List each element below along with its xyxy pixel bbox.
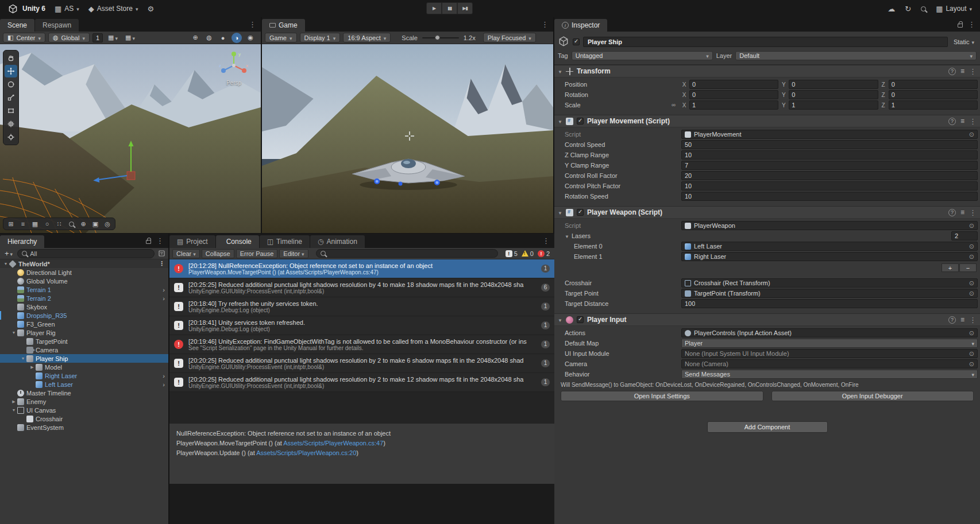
hierarchy-item[interactable]: ▼ UI Canvas bbox=[0, 406, 168, 414]
bottom-panel-tab[interactable]: ◷ Animation bbox=[310, 235, 365, 248]
display-target-dropdown[interactable]: Display 1 bbox=[300, 33, 341, 42]
inspector-tab[interactable]: Inspector bbox=[554, 19, 607, 32]
add-component-button[interactable]: Add Component bbox=[707, 421, 828, 433]
foldout-icon[interactable] bbox=[558, 118, 562, 125]
render-mode-icon[interactable]: ○ bbox=[42, 219, 52, 229]
kebab-menu-icon[interactable] bbox=[969, 67, 977, 76]
x-value-field[interactable]: 0 bbox=[689, 80, 778, 89]
game-view-tab[interactable]: Game bbox=[262, 19, 305, 32]
object-picker-icon[interactable] bbox=[969, 280, 974, 287]
hierarchy-search-input[interactable]: All bbox=[17, 249, 155, 258]
clear-button[interactable]: Clear bbox=[172, 249, 200, 258]
row-action-icon[interactable]: ⋮ bbox=[159, 260, 168, 267]
hierarchy-item[interactable]: F3_Green bbox=[0, 320, 168, 328]
foldout-icon[interactable] bbox=[565, 232, 569, 239]
foldout-arrow-icon[interactable]: ▶ bbox=[29, 365, 36, 370]
transform-tool-button[interactable] bbox=[5, 118, 17, 130]
hierarchy-item[interactable]: ▼ TheWorld* ⋮ bbox=[0, 259, 168, 268]
console-entry[interactable]: [20:18:41] Unity services token refreshe… bbox=[169, 316, 554, 335]
foldout-icon[interactable] bbox=[558, 209, 562, 216]
value-field[interactable]: 10 bbox=[681, 181, 978, 191]
script-object-field[interactable]: PlayerMovement bbox=[681, 130, 978, 139]
stacktrace-link[interactable]: Assets/Scripts/PlayerWeapon.cs:20 bbox=[256, 449, 356, 456]
value-field[interactable]: PlayerControls (Input Action Asset) bbox=[681, 328, 978, 337]
console-entry[interactable]: [20:20:25] Reduced additional punctual l… bbox=[169, 373, 554, 392]
z-value-field[interactable]: 0 bbox=[889, 80, 978, 89]
static-dropdown[interactable]: Static bbox=[951, 38, 977, 45]
foldout-icon[interactable] bbox=[558, 316, 562, 323]
kebab-menu-icon[interactable] bbox=[541, 20, 549, 29]
enabled-checkbox[interactable] bbox=[577, 118, 584, 125]
component-header[interactable]: Player Movement (Script) bbox=[554, 115, 980, 127]
console-entry[interactable]: [20:25:25] Reduced additional punctual l… bbox=[169, 278, 554, 297]
game-viewport[interactable] bbox=[262, 44, 553, 233]
hierarchy-item[interactable]: TargetPoint bbox=[0, 337, 168, 346]
object-field[interactable]: Left Laser bbox=[681, 242, 978, 251]
move-tool-button[interactable] bbox=[5, 65, 17, 77]
foldout-arrow-icon[interactable]: ▶ bbox=[10, 399, 17, 404]
value-field[interactable]: 100 bbox=[681, 299, 978, 308]
row-action-icon[interactable]: › bbox=[163, 286, 168, 293]
hierarchy-item[interactable]: EventSystem bbox=[0, 423, 168, 432]
hierarchy-item[interactable]: Terrain 2 › bbox=[0, 294, 168, 302]
enabled-checkbox[interactable] bbox=[577, 316, 584, 323]
presets-icon[interactable] bbox=[960, 208, 964, 216]
step-button[interactable]: ▶▮ bbox=[457, 2, 473, 14]
tag-dropdown[interactable]: Untagged bbox=[572, 51, 713, 60]
error-count-toggle[interactable]: 2 bbox=[538, 250, 550, 257]
presets-icon[interactable] bbox=[960, 117, 964, 125]
value-field[interactable]: None (Camera) bbox=[681, 359, 978, 368]
layer-dropdown[interactable]: Default bbox=[735, 51, 977, 60]
value-field[interactable]: 20 bbox=[681, 171, 978, 180]
kebab-menu-icon[interactable] bbox=[968, 20, 975, 29]
help-icon[interactable] bbox=[948, 316, 956, 324]
kebab-menu-icon[interactable] bbox=[969, 316, 977, 324]
scale-slider-knob[interactable] bbox=[435, 35, 440, 40]
log-count-toggle[interactable]: 5 bbox=[506, 250, 518, 257]
hierarchy-item[interactable]: ▶ Enemy bbox=[0, 397, 168, 406]
undo-history-icon[interactable]: ↻ bbox=[905, 5, 911, 13]
help-icon[interactable] bbox=[948, 118, 956, 125]
object-picker-icon[interactable] bbox=[969, 253, 974, 261]
row-action-icon[interactable]: › bbox=[163, 372, 168, 379]
bottom-panel-tab[interactable]: ▤ Project bbox=[169, 235, 215, 248]
stacktrace-link[interactable]: Assets/Scripts/PlayerWeapon.cs:47 bbox=[283, 440, 383, 447]
hierarchy-item[interactable]: Terrain 1 › bbox=[0, 285, 168, 294]
value-field[interactable]: 10 bbox=[681, 192, 978, 201]
hierarchy-item[interactable]: Directional Light bbox=[0, 268, 168, 277]
value-field[interactable]: 10 bbox=[681, 150, 978, 160]
kebab-menu-icon[interactable] bbox=[969, 117, 977, 126]
kebab-menu-icon[interactable] bbox=[156, 236, 164, 245]
layout-dropdown[interactable]: ▦ Layout bbox=[936, 5, 972, 13]
row-action-icon[interactable]: › bbox=[163, 381, 168, 388]
hierarchy-item[interactable]: Master Timeline bbox=[0, 389, 168, 397]
orientation-overlay-icon[interactable]: ◎ bbox=[102, 219, 113, 229]
foldout-arrow-icon[interactable]: ▼ bbox=[20, 356, 26, 360]
constrain-proportions-icon[interactable]: ∞ bbox=[672, 102, 676, 108]
game-display-mode-dropdown[interactable]: Game bbox=[265, 33, 297, 42]
scene-view-toggle[interactable]: ◉ bbox=[245, 33, 256, 43]
row-action-icon[interactable]: › bbox=[163, 295, 168, 302]
hierarchy-item[interactable]: Left Laser › bbox=[0, 380, 168, 389]
z-value-field[interactable]: 0 bbox=[889, 90, 978, 99]
create-object-button[interactable]: + bbox=[3, 249, 14, 258]
account-dropdown[interactable]: ▦ AS bbox=[55, 5, 79, 13]
component-header[interactable]: Player Input bbox=[554, 314, 980, 326]
array-size-field[interactable]: 2 bbox=[951, 231, 978, 240]
console-entry[interactable]: [20:18:40] Try refresh the unity service… bbox=[169, 297, 554, 316]
cloud-icon[interactable]: ☁ bbox=[888, 5, 895, 13]
value-field[interactable]: 50 bbox=[681, 140, 978, 149]
play-focused-dropdown[interactable]: Play Focused bbox=[483, 33, 536, 42]
kebab-menu-icon[interactable] bbox=[542, 236, 550, 245]
x-value-field[interactable]: 0 bbox=[689, 90, 778, 99]
enabled-checkbox[interactable] bbox=[577, 209, 584, 216]
editor-dropdown[interactable]: Editor bbox=[279, 249, 308, 258]
scale-slider[interactable] bbox=[422, 37, 459, 38]
value-field[interactable]: None (Input System UI Input Module) bbox=[681, 349, 978, 358]
object-picker-icon[interactable] bbox=[969, 222, 974, 230]
hierarchy-tab[interactable]: Hierarchy bbox=[0, 235, 44, 248]
gizmos-overlay-icon[interactable]: ⊕ bbox=[78, 219, 88, 229]
search-filter-icon[interactable] bbox=[157, 249, 165, 259]
pivot-mode-dropdown[interactable]: ◧ Center bbox=[3, 33, 45, 42]
kebab-menu-icon[interactable] bbox=[249, 20, 256, 29]
